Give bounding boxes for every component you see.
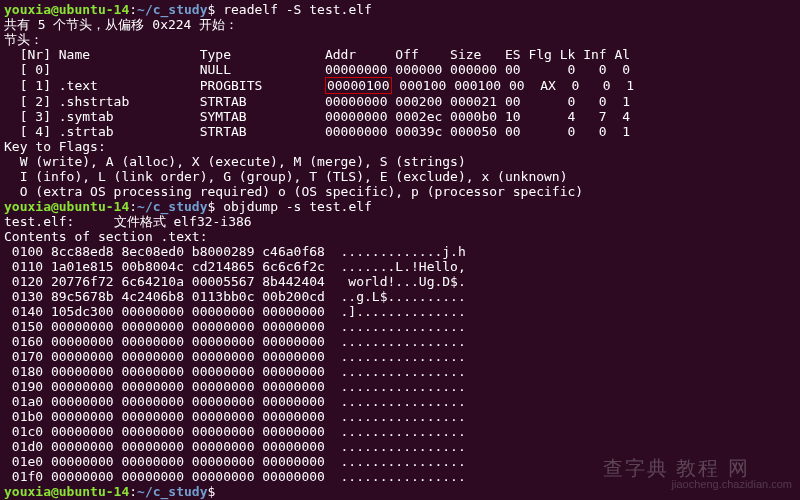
watermark-text-1: 查字典 教程 网 <box>603 461 750 476</box>
prompt-line-2[interactable]: youxia@ubuntu-14:~/c_study$ objdump -s t… <box>4 199 796 214</box>
hex-row: 0130 89c5678b 4c2406b8 0113bb0c 00b200cd… <box>4 289 796 304</box>
section-row-4: [ 4] .strtab STRTAB 00000000 00039c 0000… <box>4 124 796 139</box>
watermark-text-2: jiaocheng.chazidian.com <box>672 477 792 492</box>
section-row-1: [ 1] .text PROGBITS 00000100 000100 0001… <box>4 77 796 94</box>
prompt-sep2: $ <box>208 2 224 17</box>
hex-row: 0170 00000000 00000000 00000000 00000000… <box>4 349 796 364</box>
objdump-command: objdump -s test.elf <box>223 199 372 214</box>
prompt-path: ~/c_study <box>137 2 207 17</box>
hex-row: 01c0 00000000 00000000 00000000 00000000… <box>4 424 796 439</box>
section-col-header: [Nr] Name Type Addr Off Size ES Flg Lk I… <box>4 47 796 62</box>
section-row-2: [ 2] .shstrtab STRTAB 00000000 000200 00… <box>4 94 796 109</box>
key-flags-1: W (write), A (alloc), X (execute), M (me… <box>4 154 796 169</box>
hex-row: 0150 00000000 00000000 00000000 00000000… <box>4 319 796 334</box>
sections-label: 节头： <box>4 32 796 47</box>
contents-title: Contents of section .text: <box>4 229 796 244</box>
hex-row: 0160 00000000 00000000 00000000 00000000… <box>4 334 796 349</box>
prompt-user: youxia@ubuntu-14 <box>4 484 129 499</box>
hex-row: 0180 00000000 00000000 00000000 00000000… <box>4 364 796 379</box>
prompt-sep2: $ <box>208 484 224 499</box>
hex-row: 0190 00000000 00000000 00000000 00000000… <box>4 379 796 394</box>
section-row-0: [ 0] NULL 00000000 000000 000000 00 0 0 … <box>4 62 796 77</box>
readelf-header: 共有 5 个节头，从偏移 0x224 开始： <box>4 17 796 32</box>
prompt-sep1: : <box>129 2 137 17</box>
hex-row: 0120 20776f72 6c64210a 00005567 8b442404… <box>4 274 796 289</box>
objdump-file-format: test.elf: 文件格式 elf32-i386 <box>4 214 796 229</box>
prompt-path: ~/c_study <box>137 484 207 499</box>
key-flags-2: I (info), L (link order), G (group), T (… <box>4 169 796 184</box>
key-flags-3: O (extra OS processing required) o (OS s… <box>4 184 796 199</box>
prompt-path: ~/c_study <box>137 199 207 214</box>
hex-row: 0110 1a01e815 00b8004c cd214865 6c6c6f2c… <box>4 259 796 274</box>
hex-row: 01a0 00000000 00000000 00000000 00000000… <box>4 394 796 409</box>
hex-row: 01b0 00000000 00000000 00000000 00000000… <box>4 409 796 424</box>
hex-row: 0100 8cc88ed8 8ec08ed0 b8000289 c46a0f68… <box>4 244 796 259</box>
section-row-3: [ 3] .symtab SYMTAB 00000000 0002ec 0000… <box>4 109 796 124</box>
hex-row: 0140 105dc300 00000000 00000000 00000000… <box>4 304 796 319</box>
prompt-sep1: : <box>129 484 137 499</box>
prompt-sep2: $ <box>208 199 224 214</box>
readelf-command: readelf -S test.elf <box>223 2 372 17</box>
highlighted-addr: 00000100 <box>325 77 392 94</box>
prompt-sep1: : <box>129 199 137 214</box>
key-title: Key to Flags: <box>4 139 796 154</box>
hex-dump-rows: 0100 8cc88ed8 8ec08ed0 b8000289 c46a0f68… <box>4 244 796 484</box>
prompt-user: youxia@ubuntu-14 <box>4 199 129 214</box>
prompt-user: youxia@ubuntu-14 <box>4 2 129 17</box>
hex-row: 01d0 00000000 00000000 00000000 00000000… <box>4 439 796 454</box>
prompt-line-1[interactable]: youxia@ubuntu-14:~/c_study$ readelf -S t… <box>4 2 796 17</box>
